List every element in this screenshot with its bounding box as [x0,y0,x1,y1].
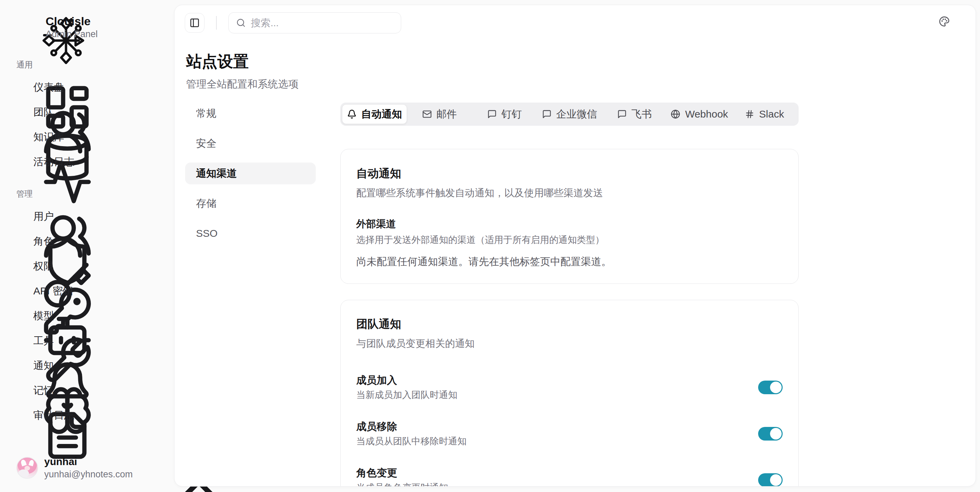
user-name: yunhai [44,456,142,468]
search-icon [236,18,246,27]
brand: Clouisle Admin Panel [15,14,166,40]
key-round-icon [16,286,27,296]
palette-icon [939,16,950,27]
tab-webhook[interactable]: Webhook [667,104,732,124]
shield-icon [16,236,27,247]
globe-icon [671,109,680,119]
sidebar-item-dashboard[interactable]: 仪表盘 [11,76,169,98]
card-description: 配置哪些系统事件触发自动通知，以及使用哪些渠道发送 [356,187,783,199]
mail-icon [422,109,432,119]
header-divider [216,16,217,30]
message-square-icon [487,109,497,119]
top-bar [185,12,963,34]
bell-icon [16,360,27,371]
key-icon [16,260,27,272]
toggle-knob [770,474,782,486]
page-title: 站点设置 [186,53,975,70]
user-email: yunhai@yhnotes.com [44,469,142,480]
toggle-row-member-remove: 成员移除 当成员从团队中移除时通知 [356,421,783,447]
avatar [16,457,38,479]
tab-slack[interactable]: Slack [732,104,797,124]
message-square-icon [542,109,552,119]
channel-tabs: 自动通知 邮件 钉钉 企业微信 飞书 [340,102,799,126]
sidebar: Clouisle Admin Panel 通用 仪表盘 团队 知识库 活动日志 [0,0,174,492]
external-channels-title: 外部渠道 [356,218,783,230]
sidebar-item-users[interactable]: 用户 [11,206,169,227]
page-subtitle: 管理全站配置和系统选项 [186,78,975,90]
empty-channels-note: 尚未配置任何通知渠道。请先在其他标签页中配置渠道。 [356,256,783,268]
search-box[interactable] [228,12,401,34]
toggle-row-role-change: 角色变更 当成员角色变更时通知 [356,467,783,487]
toggle-row-member-join: 成员加入 当新成员加入团队时通知 [356,374,783,400]
layout-dashboard-icon [16,82,27,93]
database-icon [16,131,27,142]
bell-icon [347,109,356,119]
hash-icon [745,109,754,119]
settings-nav-security[interactable]: 安全 [185,133,316,154]
member-join-toggle[interactable] [758,380,783,394]
settings-nav-storage[interactable]: 存储 [185,193,316,214]
brand-subtitle: Admin Panel [46,29,98,40]
team-notifications-card: 团队通知 与团队成员变更相关的通知 成员加入 当新成员加入团队时通知 成员移除 … [340,300,799,487]
brain-icon [16,385,27,396]
tab-dingtalk[interactable]: 钉钉 [472,104,537,124]
auto-notifications-card: 自动通知 配置哪些系统事件触发自动通知，以及使用哪些渠道发送 外部渠道 选择用于… [340,149,799,284]
sidebar-toggle-button[interactable] [185,13,205,33]
message-square-icon [617,109,627,119]
panel-left-icon [189,18,200,28]
settings-nav: 常规 安全 通知渠道 存储 SSO [185,102,316,252]
user-menu[interactable]: yunhai yunhai@yhnotes.com [10,451,165,484]
role-change-toggle[interactable] [758,473,783,487]
users-icon [16,107,27,118]
tab-wecom[interactable]: 企业微信 [537,104,602,124]
member-remove-toggle[interactable] [758,427,783,441]
activity-icon [16,157,27,167]
settings-nav-general[interactable]: 常规 [185,102,316,125]
settings-nav-sso[interactable]: SSO [185,222,316,244]
settings-nav-notification-channels[interactable]: 通知渠道 [185,163,316,184]
toggle-knob [770,382,782,393]
wrench-icon [16,335,27,346]
card-title: 团队通知 [356,318,783,331]
card-description: 与团队成员变更相关的通知 [356,338,783,349]
card-title: 自动通知 [356,167,783,180]
theme-button[interactable] [934,11,955,32]
main-panel: 站点设置 管理全站配置和系统选项 常规 安全 通知渠道 存储 SSO 自动通知 … [174,5,976,487]
file-text-icon [16,410,27,421]
tab-auto-notifications[interactable]: 自动通知 [342,104,407,124]
brand-name: Clouisle [46,14,98,28]
external-channels-description: 选择用于发送外部通知的渠道（适用于所有启用的通知类型） [356,235,783,245]
bot-icon [16,310,27,321]
tab-email[interactable]: 邮件 [407,104,472,124]
search-input[interactable] [251,18,393,29]
chevron-up-icon [148,463,158,473]
clouisle-logo-icon [15,15,39,39]
tab-feishu[interactable]: 飞书 [602,104,667,124]
toggle-knob [770,428,782,439]
users-icon [16,211,27,222]
